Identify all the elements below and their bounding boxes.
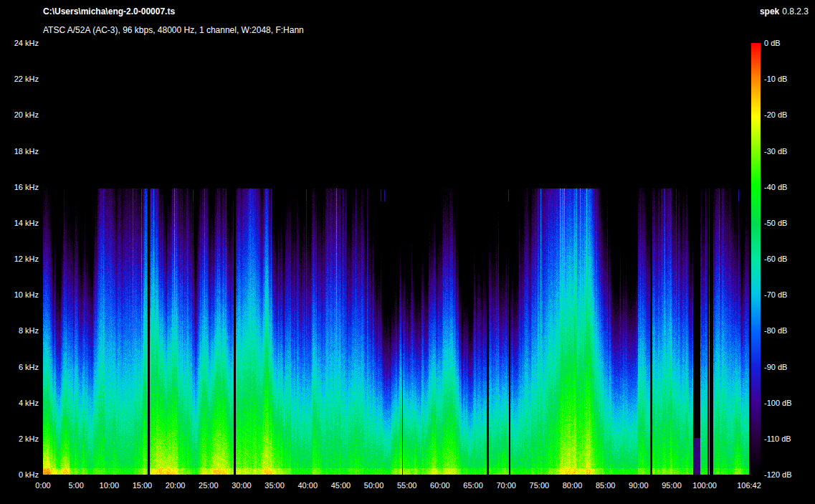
app-version: 0.8.2.3 — [782, 6, 809, 16]
x-axis-label: 100:00 — [692, 481, 717, 490]
x-axis-label: 50:00 — [364, 481, 384, 490]
x-axis-label: 80:00 — [563, 481, 583, 490]
file-path-title: C:\Users\micha\eng-2.0-00007.ts — [43, 6, 175, 16]
x-axis-label: 15:00 — [133, 481, 153, 490]
legend-db-label: -30 dB — [764, 147, 787, 156]
stream-info: ATSC A/52A (AC-3), 96 kbps, 48000 Hz, 1 … — [43, 25, 304, 35]
x-axis-label: 30:00 — [232, 481, 252, 490]
x-axis-label: 35:00 — [264, 481, 285, 490]
x-axis-label: 60:00 — [430, 481, 450, 490]
legend-db-label: -120 dB — [764, 470, 792, 479]
y-axis-label: 6 kHz — [0, 363, 39, 371]
legend-db-label: -60 dB — [764, 255, 787, 263]
legend-db-label: -40 dB — [764, 183, 787, 191]
y-axis-label: 2 kHz — [0, 434, 39, 443]
y-axis-label: 8 kHz — [0, 326, 39, 335]
spek-window: C:\Users\micha\eng-2.0-00007.ts spek0.8.… — [0, 0, 815, 504]
y-axis-label: 14 kHz — [0, 219, 39, 227]
app-name: spek — [760, 6, 779, 16]
x-axis-label: 40:00 — [297, 481, 318, 490]
y-axis-label: 4 kHz — [0, 399, 39, 407]
x-axis-label: 65:00 — [463, 481, 483, 490]
legend-gradient — [751, 43, 761, 475]
x-axis-label: 25:00 — [199, 481, 219, 490]
y-axis-label: 20 kHz — [0, 110, 39, 119]
x-axis-label: 106:42 — [737, 481, 761, 490]
legend-db-label: -70 dB — [764, 290, 787, 299]
x-axis-label: 45:00 — [331, 481, 351, 490]
legend-db-label: -20 dB — [764, 110, 787, 119]
x-axis-label: 0:00 — [35, 481, 50, 490]
x-axis-label: 90:00 — [629, 481, 649, 490]
legend-db-label: -50 dB — [764, 219, 787, 227]
x-axis-label: 85:00 — [596, 481, 616, 490]
y-axis-label: 24 kHz — [0, 39, 39, 47]
legend-db-label: 0 dB — [764, 39, 781, 47]
x-axis-label: 70:00 — [496, 481, 516, 490]
y-axis-label: 16 kHz — [0, 183, 39, 191]
y-axis-label: 12 kHz — [0, 255, 39, 263]
x-axis-label: 10:00 — [100, 481, 120, 490]
legend-db-label: -10 dB — [764, 75, 787, 83]
x-axis-label: 20:00 — [166, 481, 186, 490]
x-axis-label: 55:00 — [397, 481, 417, 490]
y-axis-label: 0 kHz — [0, 470, 39, 479]
y-axis-label: 18 kHz — [0, 147, 39, 156]
spectrogram-canvas — [43, 43, 749, 475]
legend-db-label: -80 dB — [764, 326, 787, 335]
legend-db-label: -90 dB — [764, 363, 787, 371]
legend-db-label: -100 dB — [764, 399, 792, 407]
app-brand: spek0.8.2.3 — [760, 6, 809, 16]
y-axis-label: 22 kHz — [0, 75, 39, 83]
x-axis-label: 95:00 — [662, 481, 682, 490]
x-axis-label: 5:00 — [68, 481, 83, 490]
y-axis-label: 10 kHz — [0, 290, 39, 299]
legend-db-label: -110 dB — [764, 434, 791, 443]
x-axis-label: 75:00 — [530, 481, 550, 490]
